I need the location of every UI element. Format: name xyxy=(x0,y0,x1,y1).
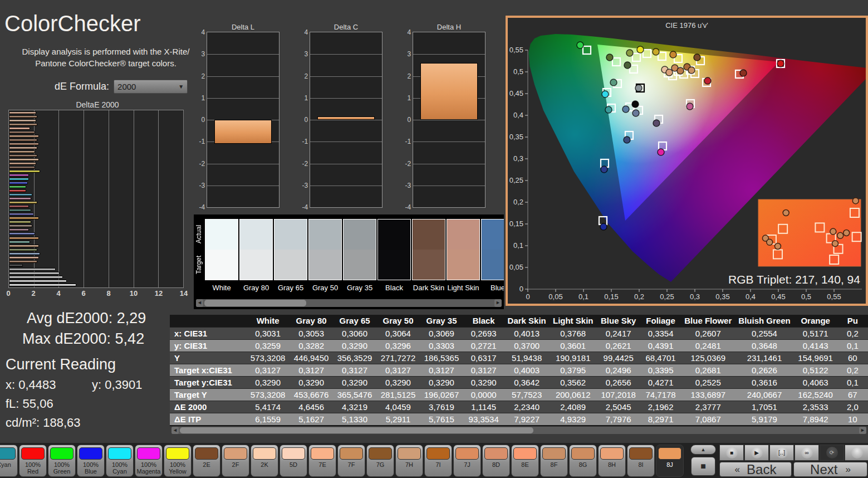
svg-text:0,05: 0,05 xyxy=(548,292,562,301)
table-cell: 5,2911 xyxy=(376,413,420,425)
scroll-up-button[interactable]: ▲ xyxy=(690,445,716,455)
patch-button-7j[interactable]: 7J xyxy=(453,445,481,477)
back-button[interactable]: « Back xyxy=(719,462,792,477)
target-color xyxy=(344,250,376,280)
column-header: Gray 35 xyxy=(420,315,463,327)
table-cell: 0,4391 xyxy=(640,339,681,352)
next-button[interactable]: Next » xyxy=(793,462,867,477)
patch-button-100red[interactable]: 100% Red xyxy=(19,445,47,477)
deltae-bar xyxy=(9,154,37,157)
deltae-bar xyxy=(9,139,37,142)
patch-button-2f[interactable]: 2F xyxy=(222,445,249,477)
table-cell: 0,3127 xyxy=(246,364,290,376)
patch-button-8h[interactable]: 8H xyxy=(598,445,626,477)
measured-marker xyxy=(605,106,612,113)
scroll-left-icon[interactable]: ◄ xyxy=(196,299,203,307)
patch-button-8i[interactable]: 8I xyxy=(627,445,655,477)
patch-button-5d[interactable]: 5D xyxy=(279,445,307,477)
scroll-right-icon[interactable]: ► xyxy=(494,299,502,307)
color-chip xyxy=(340,447,363,460)
color-chip xyxy=(658,447,681,460)
patch-button-cyan[interactable]: Cyan xyxy=(0,445,18,477)
blank-button[interactable] xyxy=(845,445,868,461)
measured-marker xyxy=(601,166,607,173)
row-label: y: CIE31 xyxy=(170,339,246,352)
table-cell: 0,3296 xyxy=(376,339,420,352)
patch-button-8j[interactable]: 8J xyxy=(656,445,684,477)
swatch-white[interactable]: White xyxy=(205,219,238,292)
patch-button-100magenta[interactable]: 100% Magenta xyxy=(135,445,163,477)
patch-button-2k[interactable]: 2K xyxy=(251,445,278,477)
deltae-bar xyxy=(9,241,30,243)
color-chip xyxy=(224,447,247,460)
de-formula-dropdown[interactable]: 2000 ▼ xyxy=(114,80,188,94)
svg-text:0,25: 0,25 xyxy=(509,176,523,184)
measured-marker xyxy=(688,67,695,74)
single-measure-button[interactable]: [‥] xyxy=(769,445,794,461)
patch-label: 8F xyxy=(551,461,558,468)
table-scrollbar[interactable]: ◄ ► xyxy=(171,427,866,434)
patch-button-100blue[interactable]: 100% Blue xyxy=(77,445,105,477)
table-cell: 0,2 xyxy=(837,327,868,339)
table-cell: 573,3208 xyxy=(246,352,290,364)
swatch-gray-80[interactable]: Gray 80 xyxy=(239,219,273,292)
table-cell: 0,3060 xyxy=(333,327,376,339)
stop-button[interactable]: ■ xyxy=(719,445,744,461)
swatch-blue[interactable]: Blue xyxy=(481,219,504,292)
patch-label: 7F xyxy=(348,461,355,468)
patch-button-7f[interactable]: 7F xyxy=(337,445,365,477)
scroll-left-icon[interactable]: ◄ xyxy=(171,427,179,434)
swatch-gray-35[interactable]: Gray 35 xyxy=(343,219,376,292)
patch-button-100yellow[interactable]: 100% Yellow xyxy=(164,445,192,477)
color-chip xyxy=(21,447,45,460)
deltae-bar xyxy=(9,150,35,153)
next-arrow-icon: » xyxy=(845,464,850,475)
measured-marker xyxy=(600,223,607,230)
loop-button[interactable]: ∞ xyxy=(795,445,819,461)
patch-button-2e[interactable]: 2E xyxy=(193,445,220,477)
table-cell: 0,3795 xyxy=(550,364,597,376)
svg-text:0,55: 0,55 xyxy=(509,46,523,54)
patch-button-7h[interactable]: 7H xyxy=(395,445,423,477)
patch-button-100cyan[interactable]: 100% Cyan xyxy=(106,445,134,477)
table-cell: 5,4174 xyxy=(246,401,290,413)
actual-color xyxy=(413,220,445,250)
patch-button-7e[interactable]: 7E xyxy=(308,445,336,477)
table-cell: 281,5125 xyxy=(376,388,420,401)
patch-label: 5D xyxy=(290,461,297,468)
deltae-bar xyxy=(9,272,60,275)
table-cell: 0,4143 xyxy=(794,339,837,352)
column-header: Gray 65 xyxy=(333,315,376,327)
measured-marker xyxy=(658,149,664,155)
swatch-light-skin[interactable]: Light Skin xyxy=(447,219,480,292)
swatch-dark-skin[interactable]: Dark Skin xyxy=(412,219,445,292)
table-cell: 0,2721 xyxy=(463,339,504,352)
play-button[interactable]: ▶ xyxy=(744,445,769,461)
table-cell: 0,3127 xyxy=(463,364,504,376)
refresh-button[interactable]: ⟳ xyxy=(820,445,844,461)
swatch-scrollbar[interactable]: ◄ ► xyxy=(196,299,502,307)
scroll-right-icon[interactable]: ► xyxy=(859,427,866,434)
measured-marker xyxy=(624,62,631,69)
swatch-black[interactable]: Black xyxy=(377,219,411,292)
swatch-label: Black xyxy=(377,284,411,292)
swatch-gray-65[interactable]: Gray 65 xyxy=(274,219,307,292)
blank-icon xyxy=(851,447,863,459)
patch-button-8f[interactable]: 8F xyxy=(540,445,568,477)
swatch-gray-50[interactable]: Gray 50 xyxy=(308,219,342,292)
patch-button-7g[interactable]: 7G xyxy=(366,445,394,477)
patch-button-8d[interactable]: 8D xyxy=(482,445,510,477)
patch-button-8g[interactable]: 8G xyxy=(569,445,597,477)
patch-label: 8D xyxy=(492,461,500,468)
patch-label: 8G xyxy=(579,461,587,468)
table-cell: 4,0459 xyxy=(376,401,420,413)
stop-pattern-button[interactable]: ■ xyxy=(691,457,715,476)
patch-button-100green[interactable]: 100% Green xyxy=(48,445,76,477)
table-cell: 0,2607 xyxy=(681,327,735,339)
patch-button-7i[interactable]: 7I xyxy=(424,445,452,477)
deltae-bar xyxy=(9,147,37,149)
deltae-bar xyxy=(9,182,28,184)
patch-button-8e[interactable]: 8E xyxy=(511,445,539,477)
color-chip xyxy=(195,447,218,460)
color-chip xyxy=(542,447,566,460)
